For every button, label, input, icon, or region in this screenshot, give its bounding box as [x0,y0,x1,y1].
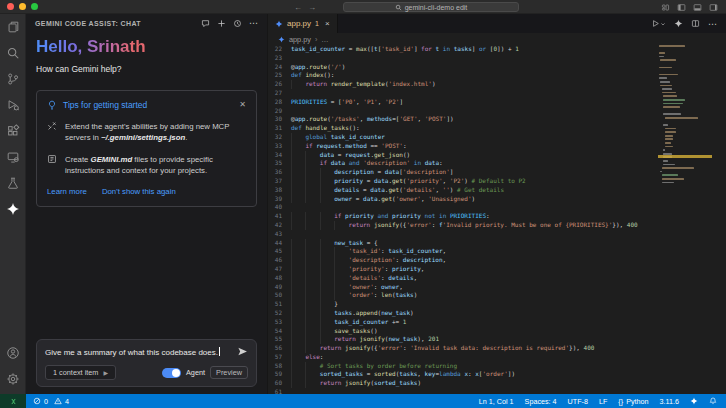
eol-status[interactable]: LF [599,397,607,406]
context-items-button[interactable]: 1 context item ▶ [45,365,116,380]
tab-app-py[interactable]: app.py 1 × [268,14,338,33]
problems-status[interactable]: 0 4 [33,397,69,406]
code-line[interactable]: 57else: [268,353,658,362]
code-line[interactable]: 53task_id_counter += 1 [268,318,658,327]
breadcrumb-file[interactable]: app.py [289,35,311,44]
code-line[interactable]: 41if priority and priority not in PRIORI… [268,212,658,221]
minimap[interactable] [658,45,712,245]
code-line[interactable]: 30@app.route('/tasks', methods=['GET', '… [268,115,658,124]
code-line[interactable]: 48'details': details, [268,274,658,283]
code-line[interactable]: 58# Sort tasks by order before returning [268,362,658,371]
breadcrumb[interactable]: app.py › … [268,33,726,45]
dismiss-link[interactable]: Don't show this again [102,187,176,196]
line-number[interactable]: 43 [268,230,291,239]
line-number[interactable]: 28 [268,98,291,107]
gemini-actions-icon[interactable] [674,19,683,28]
code-line[interactable]: 28PRIORITIES = ['P0', 'P1', 'P2'] [268,98,658,107]
line-number[interactable]: 51 [268,300,291,309]
sidebar-item-settings[interactable] [0,366,26,392]
code-line[interactable]: 33if request.method == 'POST': [268,142,658,151]
toggle-panel-icon[interactable] [693,3,702,12]
line-number[interactable]: 44 [268,239,291,248]
code-line[interactable]: 50'order': len(tasks) [268,291,658,300]
command-center-search[interactable]: gemini-cli-demo edit [343,2,519,12]
line-number[interactable]: 57 [268,353,291,362]
line-number[interactable]: 54 [268,327,291,336]
code-line[interactable]: 24@app.route('/') [268,63,658,72]
line-number[interactable]: 47 [268,265,291,274]
code-area[interactable]: 22task_id_counter = max([t['task_id'] fo… [268,45,658,394]
line-number[interactable]: 22 [268,45,291,54]
send-icon[interactable] [237,346,248,357]
line-number[interactable]: 23 [268,54,291,63]
line-number[interactable]: 34 [268,151,291,160]
line-number[interactable]: 58 [268,362,291,371]
code-line[interactable]: 45'task_id': task_id_counter, [268,247,658,256]
code-line[interactable]: 31def handle_tasks(): [268,124,658,133]
line-number[interactable]: 26 [268,80,291,89]
code-line[interactable]: 26return render_template('index.html') [268,80,658,89]
code-line[interactable]: 34data = request.get_json() [268,151,658,160]
chat-input[interactable]: Give me a summary of what this codebase … [45,347,237,357]
code-line[interactable]: 38details = data.get('details', '') # Ge… [268,186,658,195]
line-number[interactable]: 40 [268,203,291,212]
more-actions-icon[interactable]: ⋯ [249,21,258,26]
indentation-status[interactable]: Spaces: 4 [525,397,557,406]
code-line[interactable]: 42return jsonify({'error': f'Invalid pri… [268,221,658,230]
line-number[interactable]: 36 [268,168,291,177]
code-line[interactable]: 22task_id_counter = max([t['task_id'] fo… [268,45,658,54]
code-line[interactable]: 35if data and 'description' in data: [268,159,658,168]
close-window-button[interactable] [7,3,14,10]
line-number[interactable]: 39 [268,195,291,204]
language-mode-status[interactable]: {}Python [618,397,648,406]
code-line[interactable]: 36description = data['description'] [268,168,658,177]
line-number[interactable]: 53 [268,318,291,327]
sidebar-item-run-debug[interactable] [0,92,26,118]
sidebar-item-gemini[interactable] [0,196,26,222]
line-number[interactable]: 52 [268,309,291,318]
code-line[interactable]: 54save_tasks() [268,327,658,336]
sidebar-item-testing[interactable] [0,170,26,196]
sidebar-item-accounts[interactable] [0,340,26,366]
line-number[interactable]: 42 [268,221,291,230]
gemini-status-icon[interactable] [690,397,698,405]
notifications-bell-icon[interactable] [709,397,717,405]
line-number[interactable]: 31 [268,124,291,133]
sidebar-item-extensions[interactable] [0,118,26,144]
line-number[interactable]: 29 [268,107,291,116]
code-line[interactable]: 37priority = data.get('priority', 'P2') … [268,177,658,186]
code-line[interactable]: 40 [268,203,658,212]
code-line[interactable]: 49'owner': owner, [268,283,658,292]
line-number[interactable]: 60 [268,379,291,388]
customize-layout-icon[interactable] [661,3,670,12]
line-number[interactable]: 49 [268,283,291,292]
line-number[interactable]: 30 [268,115,291,124]
sidebar-item-search[interactable] [0,40,26,66]
history-icon[interactable] [233,19,242,28]
line-number[interactable]: 50 [268,291,291,300]
code-line[interactable]: 25def index(): [268,71,658,80]
code-line[interactable]: 60return jsonify(sorted_tasks) [268,379,658,388]
sidebar-item-source-control[interactable] [0,66,26,92]
code-line[interactable]: 29 [268,107,658,116]
code-line[interactable]: 39owner = data.get('owner', 'Unassigned'… [268,195,658,204]
code-line[interactable]: 44new_task = { [268,239,658,248]
editor-scrollbar[interactable] [712,45,726,394]
code-line[interactable]: 55return jsonify(new_task), 201 [268,335,658,344]
cursor-position-status[interactable]: Ln 1, Col 1 [479,397,514,406]
nav-forward-icon[interactable]: → [308,3,316,12]
feedback-icon[interactable] [201,19,210,28]
new-chat-icon[interactable] [217,19,226,28]
line-number[interactable]: 24 [268,63,291,72]
code-line[interactable]: 43 [268,230,658,239]
code-line[interactable]: 52tasks.append(new_task) [268,309,658,318]
breadcrumb-symbol[interactable]: … [321,35,328,44]
code-line[interactable]: 56return jsonify({'error': 'Invalid task… [268,344,658,353]
code-line[interactable]: 47'priority': priority, [268,265,658,274]
encoding-status[interactable]: UTF-8 [568,397,588,406]
run-python-file-icon[interactable] [651,19,666,28]
sidebar-item-remote-explorer[interactable] [0,144,26,170]
sidebar-item-explorer[interactable] [0,14,26,40]
more-actions-icon[interactable]: ⋯ [708,22,717,26]
maximize-window-button[interactable] [31,3,38,10]
